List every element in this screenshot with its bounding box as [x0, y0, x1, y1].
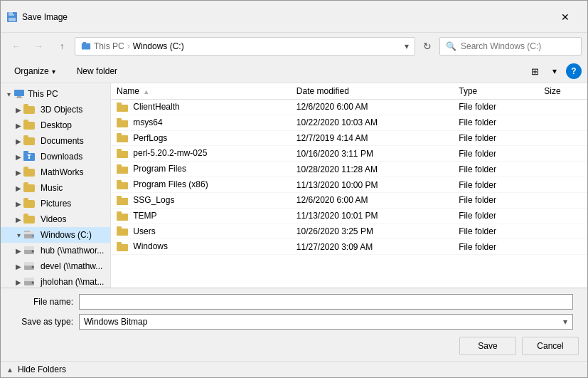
sidebar-item-label: Documents [41, 136, 84, 146]
refresh-button[interactable]: ↻ [418, 37, 437, 56]
sidebar-item-pictures[interactable]: ▶ Pictures [1, 196, 110, 211]
col-date-label: Date modified [296, 86, 349, 96]
sidebar-item-label: devel (\\mathw... [41, 261, 102, 271]
file-size [538, 115, 587, 130]
expand-icon: ▶ [14, 169, 23, 177]
svg-rect-42 [117, 229, 128, 236]
sidebar-item-music[interactable]: ▶ Music [1, 180, 110, 196]
svg-rect-26 [117, 105, 128, 112]
sidebar-item-videos[interactable]: ▶ Videos [1, 211, 110, 227]
hide-folders-label: Hide Folders [18, 364, 66, 374]
help-button[interactable]: ? [566, 63, 582, 79]
svg-rect-43 [117, 226, 122, 229]
svg-rect-34 [117, 167, 128, 174]
sidebar-item-downloads[interactable]: ▶ Downloads [1, 149, 110, 164]
sidebar-item-documents[interactable]: ▶ Documents [1, 133, 110, 149]
svg-rect-29 [117, 118, 122, 121]
table-row[interactable]: ClientHealth 12/6/2020 6:00 AM File fold… [111, 100, 587, 115]
svg-rect-4 [82, 43, 90, 50]
col-size-label: Size [544, 86, 560, 96]
svg-rect-36 [117, 182, 128, 189]
refresh-icon: ↻ [423, 41, 432, 52]
table-row[interactable]: Users 10/26/2020 3:25 PM File folder [111, 224, 587, 239]
svg-point-25 [32, 282, 34, 284]
file-type: File folder [453, 208, 538, 224]
folder-icon [117, 149, 128, 159]
expand-icon: ▾ [4, 90, 14, 98]
svg-rect-45 [117, 242, 122, 245]
search-input[interactable] [461, 41, 575, 51]
forward-button[interactable]: → [29, 38, 49, 55]
col-size[interactable]: Size [538, 83, 587, 100]
file-date: 10/28/2020 11:28 AM [291, 162, 453, 177]
svg-rect-44 [117, 244, 128, 251]
forward-icon: → [35, 41, 43, 51]
save-button[interactable]: Save [459, 337, 516, 355]
file-date: 10/22/2020 10:03 AM [291, 115, 453, 130]
svg-rect-27 [117, 103, 122, 105]
search-box: 🔍 [439, 37, 582, 56]
table-row[interactable]: Windows 11/27/2020 3:09 AM File folder [111, 239, 587, 255]
expand-icon: ▶ [14, 106, 23, 114]
drive-icon [23, 229, 35, 241]
folder-icon [23, 104, 35, 115]
view-button[interactable]: ⊞ [526, 63, 543, 80]
view-chevron-button[interactable]: ▾ [546, 63, 563, 80]
help-icon: ? [571, 66, 576, 76]
sidebar-item-jholohan[interactable]: ▶ jholohan (\\mat... [1, 274, 110, 288]
folder-icon [23, 214, 35, 225]
expand-icon: ▶ [14, 153, 23, 161]
save-image-dialog: Save Image ✕ ← → ↑ This PC › Windows (C:… [0, 0, 588, 378]
table-row[interactable]: msys64 10/22/2020 10:03 AM File folder [111, 115, 587, 130]
hide-folders-icon: ▲ [6, 366, 14, 374]
col-type[interactable]: Type [453, 83, 538, 100]
file-size [538, 239, 587, 255]
sidebar-item-this-pc[interactable]: ▾ This PC [1, 86, 110, 102]
folder-icon [23, 135, 35, 147]
svg-rect-16 [24, 231, 30, 232]
breadcrumb[interactable]: This PC › Windows (C:) ▾ [75, 37, 415, 56]
sidebar-item-3d-objects[interactable]: ▶ 3D Objects [1, 102, 110, 117]
table-row[interactable]: PerfLogs 12/7/2019 4:14 AM File folder [111, 130, 587, 146]
sidebar-item-desktop[interactable]: ▶ Desktop [1, 117, 110, 133]
file-name-row: File name: [9, 294, 579, 310]
search-icon: 🔍 [446, 41, 456, 51]
back-button[interactable]: ← [6, 38, 26, 55]
file-name-cell: Program Files [111, 162, 291, 177]
table-row[interactable]: perl-5.20.2-mw-025 10/16/2020 3:11 PM Fi… [111, 146, 587, 162]
save-as-type-select[interactable]: Windows Bitmap [79, 314, 573, 330]
folder-icon [117, 226, 128, 236]
up-button[interactable]: ↑ [52, 38, 72, 55]
sidebar-item-windows-c[interactable]: ▾ Windows (C:) [1, 227, 110, 243]
col-date[interactable]: Date modified [291, 83, 453, 100]
file-type: File folder [453, 100, 538, 115]
folder-icon [23, 198, 35, 209]
table-row[interactable]: Program Files 10/28/2020 11:28 AM File f… [111, 162, 587, 177]
file-date: 11/27/2020 3:09 AM [291, 239, 453, 255]
file-name-cell: ClientHealth [111, 100, 291, 115]
file-name-cell: Users [111, 224, 291, 239]
table-row[interactable]: SSG_Logs 12/6/2020 6:00 AM File folder [111, 192, 587, 208]
file-name-input[interactable] [79, 294, 573, 310]
breadcrumb-chevron-icon[interactable]: ▾ [405, 41, 409, 51]
folder-icon [117, 196, 128, 206]
expand-icon: ▶ [14, 200, 23, 208]
close-button[interactable]: ✕ [549, 6, 582, 28]
col-name[interactable]: Name ▲ [111, 83, 291, 100]
file-date: 12/6/2020 6:00 AM [291, 100, 453, 115]
back-icon: ← [12, 41, 21, 51]
new-folder-button[interactable]: New folder [69, 63, 125, 80]
table-row[interactable]: TEMP 11/13/2020 10:01 PM File folder [111, 208, 587, 224]
sidebar-item-hub[interactable]: ▶ hub (\\mathwor... [1, 243, 110, 258]
table-row[interactable]: Program Files (x86) 11/13/2020 10:00 PM … [111, 177, 587, 193]
sidebar-item-devel[interactable]: ▶ devel (\\mathw... [1, 258, 110, 274]
hide-folders-button[interactable]: ▲ Hide Folders [1, 362, 587, 377]
col-name-label: Name [117, 86, 139, 96]
file-size [538, 130, 587, 146]
buttons-row: Save Cancel [9, 334, 579, 355]
folder-icon [117, 211, 128, 221]
sidebar-item-mathworks[interactable]: ▶ MathWorks [1, 164, 110, 180]
cancel-button[interactable]: Cancel [522, 337, 579, 355]
organize-button[interactable]: Organize ▾ [6, 63, 63, 80]
file-name-cell: perl-5.20.2-mw-025 [111, 146, 291, 162]
